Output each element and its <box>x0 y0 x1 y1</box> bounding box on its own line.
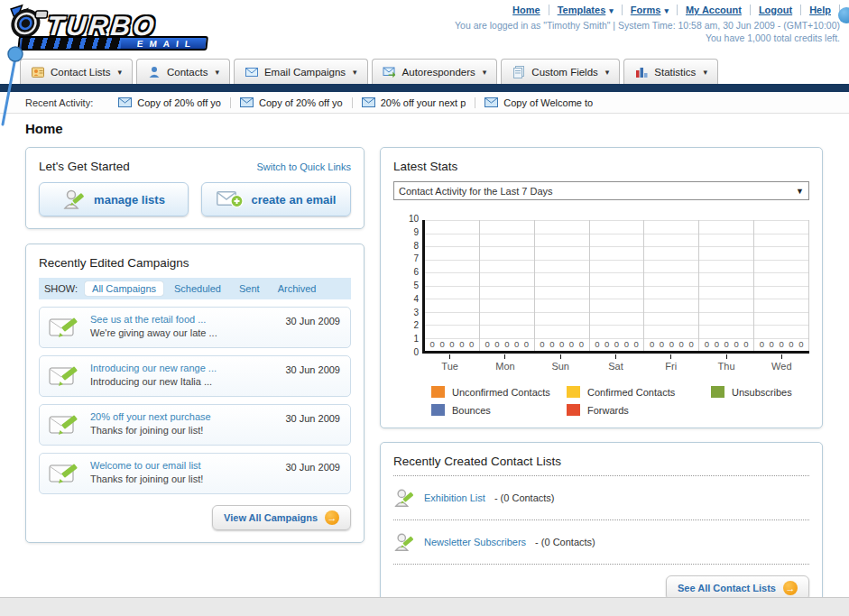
recent-activity-item[interactable]: Copy of Welcome to <box>475 97 602 108</box>
legend-item: Unconfirmed Contacts <box>431 386 567 398</box>
data-label: 0 <box>760 339 764 349</box>
nav-link-help[interactable]: Help <box>801 5 840 15</box>
switch-quick-links-link[interactable]: Switch to Quick Links <box>256 161 351 172</box>
campaign-item[interactable]: Introducing our new range ... Introducin… <box>39 355 351 397</box>
legend-item: Confirmed Contacts <box>567 386 711 398</box>
data-label: 0 <box>743 339 748 349</box>
data-label: 0 <box>504 339 509 349</box>
person-icon <box>147 65 161 79</box>
data-label: 0 <box>579 339 584 349</box>
contact-activity-chart: 012345678910 000000000000000000000000000… <box>399 220 809 416</box>
contact-list-item[interactable]: Exhibition List - (0 Contacts) <box>393 483 809 512</box>
nav-link-home[interactable]: Home <box>504 5 549 15</box>
recent-activity-item[interactable]: Copy of 20% off yo <box>109 97 231 108</box>
legend-swatch <box>567 404 580 416</box>
tab-contacts[interactable]: Contacts ▾ <box>136 59 230 84</box>
chart-day-group: 00000 <box>425 220 480 351</box>
envelope-icon <box>245 65 259 79</box>
filter-scheduled[interactable]: Scheduled <box>167 281 228 296</box>
legend-swatch <box>431 386 445 398</box>
data-label: 0 <box>614 339 619 349</box>
chart-day-group: 00000 <box>699 220 754 351</box>
turbo-email-logo: TURBO EMAIL <box>5 4 226 51</box>
legend-label: Forwards <box>587 405 629 416</box>
data-label: 0 <box>634 339 639 349</box>
logo-stripes <box>21 38 121 49</box>
see-all-contact-lists-button[interactable]: See All Contact Lists <box>666 575 809 598</box>
contact-lists-title: Recently Created Contact Lists <box>393 455 809 468</box>
data-label: 0 <box>549 339 554 349</box>
tab-custom-fields[interactable]: Custom Fields ▾ <box>501 59 620 84</box>
campaigns-filter-bar: SHOW: All Campaigns Scheduled Sent Archi… <box>39 278 351 299</box>
data-label: 0 <box>798 339 803 349</box>
campaign-date: 30 Jun 2009 <box>285 316 340 326</box>
nav-link-templates[interactable]: Templates <box>549 5 623 15</box>
nav-link-my-account[interactable]: My Account <box>678 5 751 15</box>
contact-list-name-link[interactable]: Exhibition List <box>424 492 485 503</box>
campaign-subtitle: We're giving away our late ... <box>90 327 264 338</box>
view-all-campaigns-button[interactable]: View All Campaigns <box>212 505 351 530</box>
y-tick-label: 0 <box>413 348 419 357</box>
legend-label: Unsubscribes <box>732 387 792 398</box>
nav-link-logout[interactable]: Logout <box>751 5 801 15</box>
create-email-label: create an email <box>252 193 337 207</box>
chart-x-labels: TueMonSunSatFriThuWed <box>422 354 809 372</box>
y-tick-label: 3 <box>413 308 419 317</box>
tab-statistics[interactable]: Statistics ▾ <box>623 59 718 84</box>
campaign-title-link[interactable]: Introducing our new range ... <box>90 363 264 373</box>
tab-email-campaigns[interactable]: Email Campaigns ▾ <box>234 59 368 84</box>
contact-card-icon <box>31 65 45 79</box>
campaign-item[interactable]: See us at the retail food ... We're givi… <box>39 307 351 348</box>
latest-stats-panel: Latest Stats Contact Activity for the La… <box>380 147 823 428</box>
chart-day-group: 00000 <box>754 220 809 351</box>
tab-label: Email Campaigns <box>264 67 346 78</box>
campaign-title-link[interactable]: Welcome to our email list <box>90 460 264 471</box>
tab-autoresponders[interactable]: Autoresponders ▾ <box>372 59 498 84</box>
campaign-item[interactable]: 20% off your next purchase Thanks for jo… <box>39 404 351 446</box>
recent-activity-item[interactable]: Copy of 20% off yo <box>231 97 353 108</box>
arrow-right-icon <box>783 581 798 595</box>
manage-lists-button[interactable]: manage lists <box>39 182 189 216</box>
create-email-button[interactable]: create an email <box>201 182 351 216</box>
y-tick-label: 7 <box>413 254 419 263</box>
chart-day-group: 00000 <box>590 220 645 351</box>
data-label-row: 00000 <box>535 339 589 349</box>
data-label: 0 <box>430 339 435 349</box>
campaign-date: 30 Jun 2009 <box>285 462 340 473</box>
data-label: 0 <box>595 339 599 349</box>
data-label: 0 <box>624 339 629 349</box>
campaign-item[interactable]: Welcome to our email list Thanks for joi… <box>39 453 351 494</box>
stats-period-select[interactable]: Contact Activity for the Last 7 Days ▼ <box>393 181 809 200</box>
nav-link-forms[interactable]: Forms <box>623 5 678 15</box>
filter-sent[interactable]: Sent <box>232 281 267 296</box>
campaign-title-link[interactable]: 20% off your next purchase <box>90 411 264 422</box>
contact-list-item[interactable]: Newsletter Subscribers - (0 Contacts) <box>393 528 809 556</box>
chart-plot: 00000000000000000000000000000000000 <box>422 220 809 354</box>
campaign-date: 30 Jun 2009 <box>285 413 340 424</box>
envelope-plus-icon <box>217 189 244 209</box>
legend-swatch <box>711 386 724 398</box>
login-info-text: You are logged in as "Timothy Smith" | S… <box>455 20 840 31</box>
help-bubble-icon[interactable] <box>838 7 849 23</box>
chart-day-group: 00000 <box>644 220 699 351</box>
data-label: 0 <box>484 339 489 349</box>
contact-list-name-link[interactable]: Newsletter Subscribers <box>424 537 526 547</box>
campaign-subtitle: Thanks for joining our list! <box>90 425 264 436</box>
filter-all-campaigns[interactable]: All Campaigns <box>85 281 163 296</box>
filter-archived[interactable]: Archived <box>271 281 324 296</box>
campaign-title-link[interactable]: See us at the retail food ... <box>90 314 264 325</box>
data-label-row: 00000 <box>699 339 753 349</box>
data-label: 0 <box>770 339 774 349</box>
y-tick-label: 4 <box>413 295 419 304</box>
legend-item: Forwards <box>567 404 711 416</box>
dotted-divider <box>393 564 809 565</box>
turbo-swirl-icon <box>6 4 50 40</box>
tab-contact-lists[interactable]: Contact Lists ▾ <box>20 59 133 84</box>
data-label: 0 <box>459 339 464 349</box>
page-title: Home <box>25 121 822 136</box>
x-tick-label: Sat <box>588 354 643 372</box>
legend-item: Unsubscribes <box>711 386 846 398</box>
campaigns-title: Recently Edited Campaigns <box>39 256 351 270</box>
data-label: 0 <box>569 339 574 349</box>
recent-activity-item[interactable]: 20% off your next p <box>353 97 476 108</box>
